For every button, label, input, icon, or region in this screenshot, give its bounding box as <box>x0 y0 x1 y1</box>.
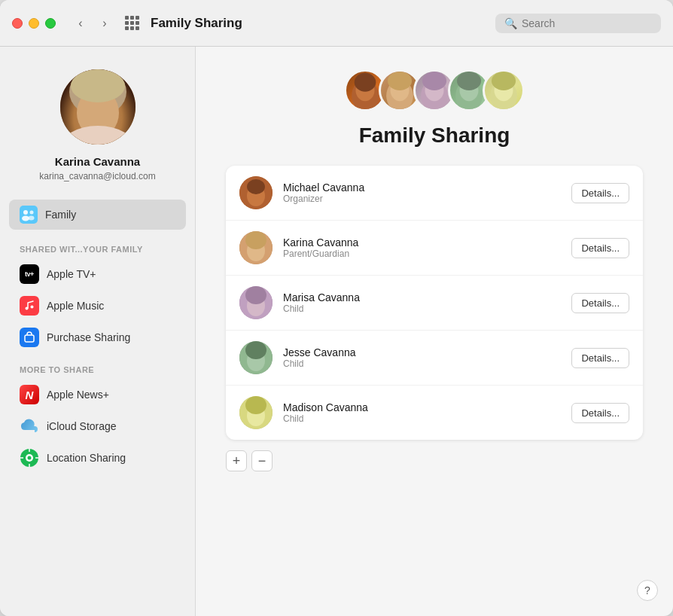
member-role: Parent/Guardian <box>283 249 561 259</box>
svg-point-2 <box>71 69 125 102</box>
svg-point-3 <box>60 126 136 145</box>
svg-point-6 <box>30 211 34 215</box>
details-button-michael[interactable]: Details... <box>571 183 629 203</box>
music-label: Apple Music <box>47 300 104 312</box>
svg-point-5 <box>23 210 28 215</box>
search-icon: 🔍 <box>504 17 517 29</box>
main-window: ‹ › Family Sharing 🔍 <box>0 0 673 616</box>
svg-rect-11 <box>25 335 34 342</box>
avatar-jesse-sm <box>239 341 273 374</box>
svg-point-39 <box>245 231 266 249</box>
member-name: Karina Cavanna <box>283 236 561 249</box>
avatar-madison <box>483 69 525 111</box>
svg-point-30 <box>457 72 481 90</box>
member-info: Marisa Cavanna Child <box>283 291 561 314</box>
more-items-list: N Apple News+ <box>0 379 195 474</box>
sidebar: Karina Cavanna karina_cavanna@icloud.com <box>0 47 196 616</box>
forward-button[interactable]: › <box>95 14 114 33</box>
details-button-marisa[interactable]: Details... <box>571 293 629 313</box>
member-name: Michael Cavanna <box>283 181 561 194</box>
location-label: Location Sharing <box>47 452 126 464</box>
svg-point-45 <box>245 341 266 359</box>
details-button-karina[interactable]: Details... <box>571 238 629 258</box>
svg-point-9 <box>26 307 29 310</box>
profile-name: Karina Cavanna <box>55 155 140 168</box>
profile-avatar <box>60 69 136 145</box>
window-title: Family Sharing <box>151 16 495 31</box>
purchase-label: Purchase Sharing <box>47 331 130 343</box>
svg-point-36 <box>247 179 265 194</box>
member-role: Child <box>283 413 561 424</box>
table-row: Jesse Cavanna Child Details... <box>226 331 643 386</box>
grid-button[interactable] <box>122 14 142 33</box>
search-input[interactable] <box>522 17 652 29</box>
remove-member-button[interactable]: − <box>251 450 273 471</box>
traffic-lights <box>12 18 56 29</box>
back-button[interactable]: ‹ <box>71 14 90 33</box>
table-row: Karina Cavanna Parent/Guardian Details..… <box>226 221 643 276</box>
shared-section-label: SHARED WIT...YOUR FAMILY <box>0 245 195 254</box>
location-icon <box>20 448 39 468</box>
titlebar: ‹ › Family Sharing 🔍 <box>0 0 673 47</box>
table-row: Michael Cavanna Organizer Details... <box>226 166 643 221</box>
more-section-label: MORE TO SHARE <box>0 365 195 374</box>
appletv-label: Apple TV+ <box>47 268 96 280</box>
sidebar-nav: Family <box>0 200 195 230</box>
member-role: Child <box>283 358 561 369</box>
svg-point-14 <box>28 456 32 460</box>
appletv-icon: tv+ <box>20 264 39 284</box>
table-row: Madison Cavanna Child Details... <box>226 386 643 440</box>
content-area: Karina Cavanna karina_cavanna@icloud.com <box>0 47 673 616</box>
avatar-karina-sm <box>239 231 273 264</box>
sidebar-item-purchase-sharing[interactable]: Purchase Sharing <box>9 322 186 353</box>
main-content: Family Sharing Michael Cavanna Organize <box>196 47 673 616</box>
maximize-button[interactable] <box>45 18 56 29</box>
add-member-button[interactable]: + <box>226 450 247 471</box>
member-role: Child <box>283 303 561 314</box>
avatar-marisa-sm <box>239 286 273 319</box>
details-button-jesse[interactable]: Details... <box>571 348 629 368</box>
svg-point-42 <box>245 286 266 304</box>
svg-point-24 <box>388 72 412 90</box>
family-avatars-row <box>344 69 525 111</box>
purchase-icon <box>20 328 39 347</box>
icloud-icon <box>20 416 39 436</box>
forward-icon: › <box>102 17 106 30</box>
svg-rect-4 <box>20 206 38 224</box>
svg-point-48 <box>245 396 266 414</box>
svg-point-8 <box>29 216 35 221</box>
member-name: Marisa Cavanna <box>283 291 561 303</box>
svg-point-27 <box>422 72 446 90</box>
music-icon <box>20 296 39 316</box>
sidebar-family-label: Family <box>45 209 76 221</box>
profile-email: karina_cavanna@icloud.com <box>39 171 155 181</box>
icloud-label: iCloud Storage <box>47 420 117 432</box>
member-info: Michael Cavanna Organizer <box>283 181 561 204</box>
back-icon: ‹ <box>78 17 82 30</box>
sidebar-item-apple-music[interactable]: Apple Music <box>9 290 186 322</box>
minimize-button[interactable] <box>29 18 39 29</box>
avatar-madison-sm <box>239 396 273 429</box>
members-card: Michael Cavanna Organizer Details... <box>226 166 643 440</box>
news-label: Apple News+ <box>47 389 109 401</box>
sidebar-item-icloud-storage[interactable]: iCloud Storage <box>9 410 186 442</box>
close-button[interactable] <box>12 18 23 29</box>
svg-point-21 <box>355 73 376 92</box>
member-role: Organizer <box>283 194 561 204</box>
member-info: Jesse Cavanna Child <box>283 346 561 369</box>
search-box[interactable]: 🔍 <box>495 14 661 33</box>
family-nav-icon <box>20 206 38 224</box>
member-name: Jesse Cavanna <box>283 346 561 358</box>
sidebar-item-apple-tv-plus[interactable]: tv+ Apple TV+ <box>9 258 186 290</box>
nav-buttons: ‹ › <box>71 14 114 33</box>
sidebar-item-location-sharing[interactable]: Location Sharing <box>9 442 186 474</box>
member-name: Madison Cavanna <box>283 401 561 413</box>
help-button[interactable]: ? <box>637 580 658 601</box>
svg-point-10 <box>31 306 34 309</box>
details-button-madison[interactable]: Details... <box>571 403 629 423</box>
grid-icon <box>125 16 139 30</box>
sidebar-item-apple-news[interactable]: N Apple News+ <box>9 379 186 410</box>
member-info: Karina Cavanna Parent/Guardian <box>283 236 561 259</box>
sidebar-item-family[interactable]: Family <box>9 200 186 230</box>
table-row: Marisa Cavanna Child Details... <box>226 276 643 331</box>
